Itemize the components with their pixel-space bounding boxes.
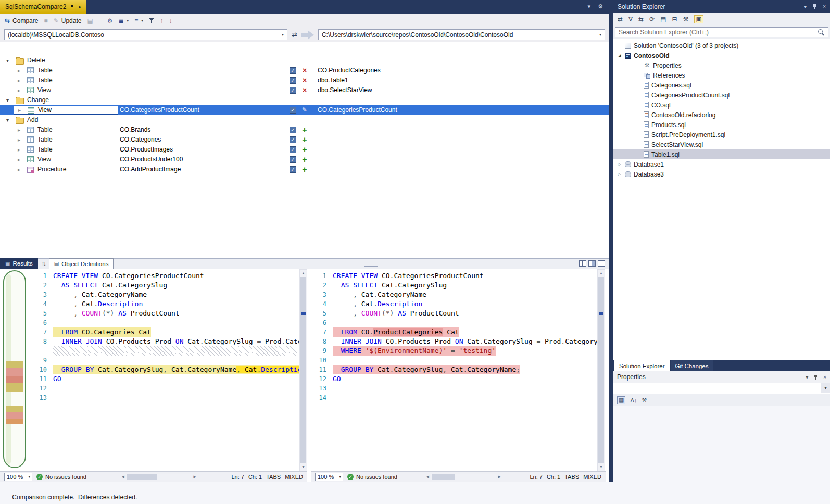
scroll-left-icon[interactable]: ◀	[120, 475, 126, 479]
chevron-down-icon[interactable]: ▾	[279, 32, 287, 37]
compare-row[interactable]: ▸ProcedureCO.AddProductImage✓+	[0, 165, 609, 174]
swap-connections-icon[interactable]: ⇄	[292, 31, 297, 39]
collapse-all-icon[interactable]: ⊟	[672, 16, 677, 23]
search-icon[interactable]	[818, 29, 825, 36]
compare-row[interactable]: ▸TableCO.ProductImages✓+	[0, 145, 609, 155]
sort-toggle-icon[interactable]: ↑↓	[38, 258, 49, 269]
tree-item[interactable]: References	[613, 70, 830, 80]
funnel-icon[interactable]	[149, 18, 155, 23]
include-checkbox[interactable]: ✓	[290, 77, 296, 84]
pin-icon[interactable]	[813, 374, 818, 380]
stop-icon[interactable]: ■	[44, 17, 47, 24]
alphabetical-sort-icon[interactable]: A↓	[630, 397, 637, 404]
diff-map[interactable]	[3, 270, 26, 468]
chevron-right-icon[interactable]: ▸	[18, 135, 20, 145]
properties-object-combobox[interactable]: ▾	[613, 383, 830, 394]
sync-with-active-document-icon[interactable]: ⇆	[638, 16, 644, 23]
target-code-pane[interactable]: 1CREATE VIEW CO.CategoriesProductCount2 …	[311, 269, 597, 471]
compare-row[interactable]: ▸ViewCO.CategoriesProductCount✓✎CO.Categ…	[0, 105, 609, 115]
chevron-right-icon[interactable]: ▸	[18, 75, 20, 85]
compare-group-row[interactable]: ▾Add	[0, 115, 609, 125]
chevron-down-icon[interactable]: ▾	[596, 32, 605, 37]
type-cell[interactable]: ▸Table	[0, 75, 120, 85]
target-combobox[interactable]: C:\Users\drskwier\source\repos\ContosoOl…	[318, 29, 605, 40]
tree-item[interactable]: Table1.sql	[613, 149, 830, 159]
document-tab[interactable]: SqlSchemaCompare2 ●	[0, 0, 86, 14]
properties-wrench-icon[interactable]: ⚒	[683, 16, 689, 23]
source-combobox[interactable]: (localdb)\MSSQLLocalDB.Contoso ▾	[4, 29, 287, 40]
tree-item[interactable]: ContosoOld.refactorlog	[613, 110, 830, 120]
group-by-button[interactable]: ≣ ▾	[119, 17, 129, 24]
scrollbar-thumb[interactable]	[127, 474, 157, 480]
tree-item[interactable]: ▷Database3	[613, 169, 830, 179]
tree-item[interactable]: CategoriesProductCount.sql	[613, 90, 830, 100]
chevron-down-icon[interactable]: ▾	[6, 115, 9, 125]
scrollbar-thumb[interactable]	[300, 277, 306, 463]
scroll-right-icon[interactable]: ▶	[496, 475, 502, 479]
chevron-down-icon[interactable]: ▾	[588, 3, 591, 10]
source-code-pane[interactable]: 1CREATE VIEW CO.CategoriesProductCount2 …	[31, 269, 299, 471]
scrollbar-track[interactable]	[598, 277, 605, 463]
horizontal-scrollbar[interactable]: ◀ ▶	[424, 473, 502, 481]
expander-icon[interactable]: ◢	[617, 53, 622, 58]
type-cell[interactable]: ▸View	[0, 155, 120, 165]
panel-header[interactable]: Solution Explorer ▾ ×	[613, 0, 830, 13]
include-checkbox[interactable]: ✓	[290, 107, 296, 114]
include-checkbox[interactable]: ✓	[290, 87, 296, 94]
include-checkbox[interactable]: ✓	[290, 67, 296, 74]
type-cell[interactable]: ▸Table	[0, 145, 120, 155]
pin-icon[interactable]	[812, 4, 817, 9]
scrollbar-thumb[interactable]	[432, 474, 455, 480]
update-button[interactable]: ✎ Update	[54, 17, 82, 24]
left-vertical-scrollbar[interactable]: ▲ ▼	[299, 269, 307, 471]
layout-horizontal-split-icon[interactable]	[598, 260, 605, 267]
filter-list-button[interactable]: ≡ ▾	[134, 17, 143, 24]
include-checkbox[interactable]: ✓	[290, 166, 296, 173]
zoom-combobox[interactable]: 100 % ▾	[315, 473, 343, 481]
switch-views-icon[interactable]: ⇄	[618, 16, 623, 23]
layout-vertical-split-icon[interactable]	[579, 260, 586, 267]
layout-active-pane-icon[interactable]	[588, 260, 596, 267]
chevron-right-icon[interactable]: ▸	[18, 165, 20, 174]
properties-header[interactable]: Properties ▾ ×	[613, 371, 830, 383]
nest-files-icon[interactable]: ▤	[660, 16, 666, 23]
compare-row[interactable]: ▸Table✓×CO.ProductCategories	[0, 66, 609, 75]
filter-icon[interactable]: ∇	[628, 16, 633, 23]
scrollbar-track[interactable]	[126, 474, 192, 480]
chevron-right-icon[interactable]: ▸	[18, 106, 21, 114]
tab-object-definitions[interactable]: ▤ Object Definitions	[49, 258, 114, 269]
tree-item[interactable]: Products.sql	[613, 120, 830, 130]
include-checkbox[interactable]: ✓	[290, 127, 296, 133]
document-options-gear-icon[interactable]: ⚙	[598, 3, 603, 10]
property-pages-wrench-icon[interactable]: ⚒	[642, 397, 647, 404]
tree-item[interactable]: ◢ContosoOld	[613, 51, 830, 60]
right-vertical-scrollbar[interactable]: ▲ ▼	[597, 269, 605, 471]
scroll-down-icon[interactable]: ▼	[598, 463, 605, 471]
scroll-down-icon[interactable]: ▼	[300, 463, 307, 471]
chevron-down-icon[interactable]: ▾	[821, 383, 830, 393]
refresh-icon[interactable]: ⟳	[649, 16, 655, 23]
compare-row[interactable]: ▸View✓×dbo.SelectStarView	[0, 85, 609, 95]
type-cell[interactable]: ▸Procedure	[0, 165, 120, 174]
chevron-down-icon[interactable]: ▾	[804, 4, 807, 9]
next-difference-icon[interactable]: ↓	[169, 17, 172, 24]
options-gear-icon[interactable]: ⚙	[107, 17, 113, 24]
scroll-left-icon[interactable]: ◀	[424, 475, 431, 479]
tree-item[interactable]: Categories.sql	[613, 80, 830, 90]
generate-script-icon[interactable]: ▤	[87, 17, 93, 24]
scrollbar-track[interactable]	[431, 474, 496, 480]
type-cell[interactable]: ▸View	[0, 85, 120, 95]
tab-results[interactable]: ▦ Results	[0, 258, 38, 269]
scrollbar-track[interactable]	[300, 277, 307, 463]
tree-item[interactable]: Script.PreDeployment1.sql	[613, 130, 830, 140]
tab-git-changes[interactable]: Git Changes	[671, 360, 713, 371]
categorized-icon[interactable]: ▦	[617, 396, 625, 404]
scroll-right-icon[interactable]: ▶	[192, 475, 198, 479]
include-checkbox[interactable]: ✓	[290, 136, 296, 143]
previous-difference-icon[interactable]: ↑	[160, 17, 164, 24]
compare-row[interactable]: ▸ViewCO.ProductsUnder100✓+	[0, 155, 609, 165]
chevron-right-icon[interactable]: ▸	[18, 85, 20, 95]
compare-row[interactable]: ▸TableCO.Brands✓+	[0, 125, 609, 135]
type-cell[interactable]: ▸Table	[0, 66, 120, 75]
chevron-down-icon[interactable]: ▾	[6, 95, 9, 105]
